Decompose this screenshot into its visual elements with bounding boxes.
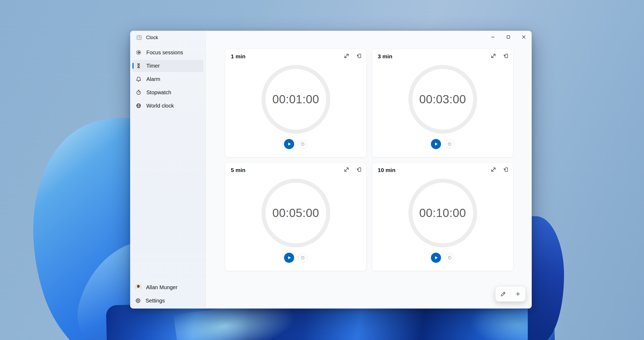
sidebar-item-label: World clock <box>146 103 174 109</box>
settings-label: Settings <box>146 298 165 304</box>
keep-on-top-button[interactable] <box>355 52 363 60</box>
start-timer-button[interactable] <box>431 253 441 263</box>
minimize-button[interactable] <box>485 31 501 43</box>
timer-name: 3 min <box>378 53 392 60</box>
add-plus-icon <box>515 291 521 297</box>
timer-name: 5 min <box>231 167 245 173</box>
expand-icon <box>343 52 350 59</box>
timer-progress-ring: 00:05:00 <box>261 179 330 247</box>
timer-controls <box>284 253 308 263</box>
expand-icon <box>490 166 497 173</box>
edit-pencil-icon <box>500 291 506 297</box>
timer-card-actions <box>343 52 363 60</box>
sidebar-item-focus-sessions[interactable]: Focus sessions <box>132 47 203 59</box>
keep-on-top-icon <box>355 166 362 173</box>
sidebar-item-label: Stopwatch <box>146 89 171 96</box>
keep-on-top-icon <box>502 52 509 59</box>
sidebar: Clock Focus sessions <box>130 31 206 308</box>
sidebar-item-world-clock[interactable]: World clock <box>132 100 203 112</box>
timer-controls <box>431 253 454 263</box>
sidebar-item-label: Alarm <box>146 76 160 82</box>
start-timer-button[interactable] <box>431 139 441 149</box>
reset-icon <box>301 256 305 260</box>
timer-card-1min: 1 min 00:01:00 <box>225 49 367 157</box>
timer-time-display: 00:10:00 <box>419 206 466 220</box>
hourglass-icon <box>135 62 142 69</box>
start-timer-button[interactable] <box>284 139 294 149</box>
user-name: Allan Munger <box>146 284 178 290</box>
expand-button[interactable] <box>343 166 350 173</box>
sidebar-item-alarm[interactable]: Alarm <box>132 73 203 85</box>
keep-on-top-button[interactable] <box>502 166 509 173</box>
main-content: 1 min 00:01:00 <box>206 31 532 308</box>
reset-timer-button[interactable] <box>298 139 308 149</box>
sidebar-item-label: Timer <box>146 63 160 69</box>
maximize-icon <box>505 34 512 40</box>
minimize-icon <box>490 34 496 40</box>
timer-card-actions <box>343 166 363 173</box>
clock-app-icon <box>136 34 143 41</box>
reset-timer-button[interactable] <box>445 253 454 263</box>
close-button[interactable] <box>516 31 532 43</box>
sidebar-bottom: Allan Munger Settings <box>130 281 206 308</box>
timer-progress-ring: 00:01:00 <box>261 65 330 134</box>
play-icon <box>287 255 291 260</box>
expand-icon <box>490 52 497 59</box>
stopwatch-icon <box>135 89 142 96</box>
sidebar-item-settings[interactable]: Settings <box>132 294 203 307</box>
timer-card-actions <box>490 52 509 60</box>
edit-timers-button[interactable] <box>496 286 510 301</box>
avatar <box>135 284 142 291</box>
sidebar-item-stopwatch[interactable]: Stopwatch <box>132 87 203 99</box>
app-title-row: Clock <box>130 31 206 44</box>
bell-icon <box>135 76 142 83</box>
expand-button[interactable] <box>490 166 497 173</box>
start-timer-button[interactable] <box>284 253 294 263</box>
gear-icon <box>135 297 142 304</box>
timer-footer-toolbar <box>495 286 526 302</box>
keep-on-top-button[interactable] <box>355 166 363 173</box>
window-caption-buttons <box>485 31 532 43</box>
play-icon <box>433 142 438 146</box>
keep-on-top-icon <box>502 166 509 173</box>
timer-progress-ring: 00:03:00 <box>408 65 477 134</box>
selected-accent-pill <box>132 63 134 69</box>
timer-time-display: 00:05:00 <box>272 206 319 220</box>
reset-timer-button[interactable] <box>298 253 308 263</box>
keep-on-top-icon <box>355 52 362 59</box>
timer-progress-ring: 00:10:00 <box>408 179 477 247</box>
expand-icon <box>343 166 350 173</box>
play-icon <box>287 142 291 146</box>
clock-app-window: Clock Focus sessions <box>130 31 532 309</box>
globe-icon <box>135 102 142 109</box>
timer-name: 10 min <box>378 167 396 173</box>
maximize-button[interactable] <box>501 31 516 43</box>
focus-sessions-icon <box>135 49 142 56</box>
play-icon <box>433 255 438 260</box>
sidebar-item-label: Focus sessions <box>146 50 183 56</box>
timer-controls <box>431 139 454 149</box>
window-title: Clock <box>146 35 158 40</box>
keep-on-top-button[interactable] <box>502 52 509 60</box>
reset-icon <box>448 142 452 146</box>
expand-button[interactable] <box>490 52 497 60</box>
timer-card-10min: 10 min 00:10:00 <box>372 162 513 271</box>
reset-timer-button[interactable] <box>445 139 454 149</box>
reset-icon <box>301 142 305 146</box>
sidebar-nav: Focus sessions Timer <box>130 46 206 112</box>
reset-icon <box>448 256 452 260</box>
close-icon <box>521 34 527 40</box>
timer-name: 1 min <box>231 53 245 60</box>
add-timer-button[interactable] <box>510 286 525 301</box>
timer-card-3min: 3 min 00:03:00 <box>372 49 513 157</box>
timer-card-5min: 5 min 00:05:00 <box>225 162 367 271</box>
user-profile-row[interactable]: Allan Munger <box>132 281 203 294</box>
timer-time-display: 00:01:00 <box>272 93 319 106</box>
timer-cards-grid: 1 min 00:01:00 <box>225 49 513 271</box>
sidebar-item-timer[interactable]: Timer <box>132 60 203 72</box>
expand-button[interactable] <box>343 52 350 60</box>
timer-controls <box>284 139 308 149</box>
timer-time-display: 00:03:00 <box>419 93 466 106</box>
timer-card-actions <box>490 166 509 173</box>
